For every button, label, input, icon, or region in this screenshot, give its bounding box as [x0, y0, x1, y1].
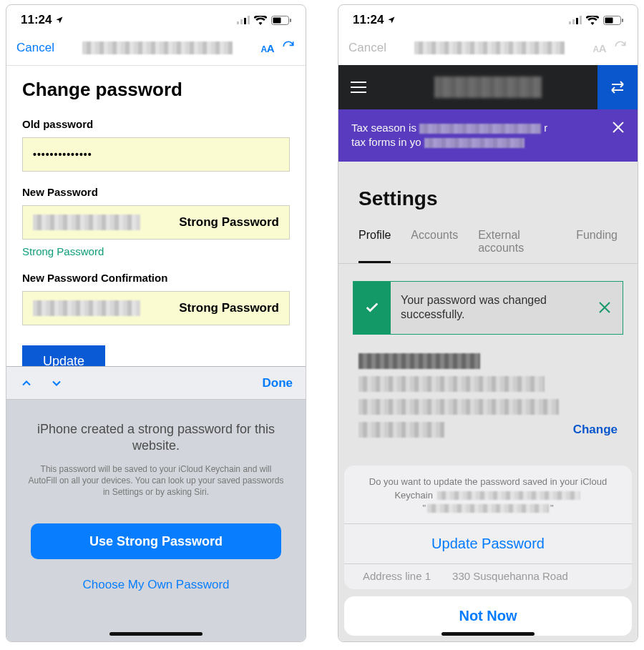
wifi-icon [254, 16, 267, 25]
close-icon [598, 301, 611, 314]
svg-rect-9 [576, 18, 578, 24]
tab-profile[interactable]: Profile [358, 229, 391, 263]
ghost-row: Address line 1 330 Susquehanna Road [344, 564, 632, 589]
toast-message: Your password was changed successfully. [391, 282, 587, 335]
next-field-button[interactable] [49, 376, 64, 390]
safari-toolbar: Cancel AA [338, 31, 638, 65]
banner-text-line1: Tax season is [351, 122, 416, 134]
svg-rect-0 [237, 21, 239, 24]
text-size-button[interactable]: AA [592, 42, 606, 54]
status-time: 11:24 [21, 13, 52, 27]
confirm-password-field[interactable]: Strong Password [22, 291, 290, 325]
svg-rect-3 [248, 16, 250, 24]
settings-heading: Settings [338, 162, 638, 229]
new-password-label: New Password [22, 186, 290, 198]
svg-rect-12 [605, 17, 613, 23]
home-indicator[interactable] [109, 632, 203, 636]
wifi-icon [586, 16, 599, 25]
tab-external-accounts[interactable]: External accounts [478, 229, 556, 263]
toast-close-button[interactable] [587, 282, 623, 335]
tab-funding[interactable]: Funding [576, 229, 618, 263]
use-strong-password-button[interactable]: Use Strong Password [31, 523, 281, 559]
status-icons [237, 16, 291, 25]
address-bar[interactable] [402, 40, 577, 56]
prev-field-button[interactable] [19, 376, 34, 390]
svg-rect-1 [240, 19, 243, 24]
check-icon [353, 282, 391, 335]
svg-rect-10 [580, 16, 582, 24]
done-button[interactable]: Done [263, 376, 293, 390]
sheet-message: Do you want to update the password saved… [344, 466, 632, 523]
banner-close-button[interactable] [603, 121, 625, 137]
app-header [338, 65, 638, 109]
swap-icon [609, 80, 626, 94]
status-time: 11:24 [353, 13, 384, 27]
confirm-password-label: New Password Confirmation [22, 272, 290, 284]
choose-own-password-button[interactable]: Choose My Own Password [26, 571, 286, 621]
transfer-button[interactable] [597, 65, 638, 109]
reload-button[interactable] [613, 39, 628, 56]
menu-button[interactable] [338, 82, 379, 93]
location-icon [387, 16, 396, 24]
cellular-icon [237, 16, 250, 24]
generated-password-hidden [33, 300, 140, 316]
status-bar: 11:24 [6, 5, 306, 31]
change-password-page: Change password Old password •••••••••••… [6, 66, 306, 378]
cancel-button[interactable]: Cancel [348, 41, 386, 55]
svg-rect-8 [572, 19, 575, 24]
text-size-button[interactable]: AA [260, 42, 274, 54]
new-password-field[interactable]: Strong Password [22, 205, 290, 240]
reload-button[interactable] [281, 39, 296, 56]
svg-rect-6 [290, 19, 291, 22]
safari-toolbar: Cancel AA [6, 31, 306, 65]
app-logo [379, 77, 597, 98]
suggestion-subtitle: This password will be saved to your iClo… [26, 463, 286, 498]
action-sheet: Do you want to update the password saved… [344, 466, 632, 636]
cellular-icon [569, 16, 582, 24]
svg-rect-7 [569, 21, 571, 24]
keyboard-panel: Done iPhone created a strong password fo… [6, 366, 306, 641]
location-icon [55, 16, 64, 24]
banner-text-line2: tax forms in yo [351, 136, 421, 148]
home-indicator[interactable] [441, 632, 535, 636]
phone-left: 11:24 Cancel AA Change password Old pass… [6, 4, 306, 642]
status-icons [569, 16, 623, 25]
generated-password-hidden [33, 215, 140, 230]
svg-rect-13 [622, 19, 623, 22]
page-title: Change password [22, 79, 290, 101]
close-icon [612, 121, 625, 134]
strong-password-badge: Strong Password [179, 215, 279, 230]
cancel-button[interactable]: Cancel [16, 41, 54, 55]
change-link[interactable]: Change [573, 423, 618, 437]
svg-rect-5 [273, 17, 281, 23]
strong-password-badge: Strong Password [179, 301, 279, 315]
success-toast: Your password was changed successfully. [353, 281, 623, 335]
svg-rect-2 [244, 18, 246, 24]
address-bar[interactable] [70, 40, 245, 56]
old-password-label: Old password [22, 118, 290, 130]
tab-bar: Profile Accounts External accounts Fundi… [338, 229, 638, 264]
update-password-button[interactable]: Update Password [344, 524, 632, 563]
strength-hint: Strong Password [22, 245, 290, 257]
phone-right: 11:24 Cancel AA [338, 4, 638, 642]
battery-icon [603, 16, 623, 25]
notification-banner: Tax season is r tax forms in yo [338, 109, 638, 162]
battery-icon [271, 16, 291, 25]
tab-accounts[interactable]: Accounts [411, 229, 458, 263]
not-now-button[interactable]: Not Now [344, 596, 632, 636]
old-password-field[interactable]: •••••••••••••• [22, 137, 290, 172]
suggestion-title: iPhone created a strong password for thi… [26, 421, 286, 455]
status-bar: 11:24 [338, 5, 638, 31]
